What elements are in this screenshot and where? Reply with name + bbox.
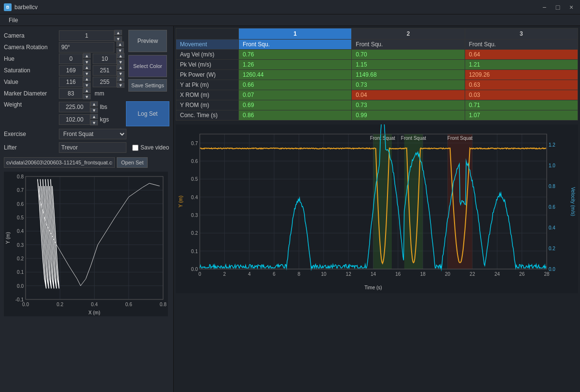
camera-down-button[interactable]: ▼ (114, 36, 122, 41)
save-video-checkbox[interactable] (132, 145, 138, 151)
sat-min-up[interactable]: ▲ (83, 65, 91, 70)
minimize-button[interactable]: − (539, 2, 549, 12)
close-button[interactable]: × (566, 2, 576, 12)
marker-input-group: ▲ ▼ (59, 88, 91, 99)
file-row: Open Set (4, 157, 169, 168)
val-min-group: ▲ ▼ (59, 76, 91, 88)
title-bar: B barbellcv − □ × (0, 0, 580, 14)
main-content: Camera ▲ ▼ Camera Rotation ▲ (0, 26, 580, 392)
marker-down[interactable]: ▼ (83, 94, 91, 99)
camera-label: Camera (4, 32, 57, 39)
col-header-2: 2 (352, 28, 465, 40)
camera-rotation-label: Camera Rotation (4, 44, 57, 51)
val-min-down[interactable]: ▼ (83, 82, 91, 88)
weight-lbs-group: ▲ ▼ lbs (59, 101, 109, 113)
marker-up[interactable]: ▲ (83, 88, 91, 93)
weight-lbs-input[interactable] (59, 102, 90, 112)
rotation-down-button[interactable]: ▼ (116, 48, 124, 53)
exercise-select[interactable]: Front Squat (59, 129, 126, 139)
val-min-spin: ▲ ▼ (83, 76, 91, 88)
menu-file[interactable]: File (4, 16, 23, 25)
data-table-container: 1 2 3 MovementFront Squ.Front Squ.Front … (174, 26, 580, 122)
maximize-button[interactable]: □ (553, 2, 563, 12)
weight-lbs-unit: lbs (100, 104, 107, 110)
sat-min-group: ▲ ▼ (59, 65, 91, 76)
saturation-row: Saturation ▲ ▼ ▲ ▼ (4, 65, 124, 76)
app-title: barbellcv (14, 4, 38, 11)
hue-min-spin: ▲ ▼ (83, 53, 91, 65)
weight-kgs-up[interactable]: ▲ (90, 114, 98, 119)
lifter-input[interactable] (59, 142, 126, 153)
value-max-input[interactable] (93, 77, 117, 87)
sat-max-group: ▲ ▼ (93, 65, 124, 76)
preview-button[interactable]: Preview (128, 30, 167, 52)
col-header-3: 3 (465, 28, 578, 40)
exercise-label: Exercise (4, 131, 57, 137)
camera-input-group: ▲ ▼ (59, 30, 122, 41)
sat-min-down[interactable]: ▼ (83, 71, 91, 76)
hue-min-down[interactable]: ▼ (83, 59, 91, 65)
select-color-button[interactable]: Select Color (128, 55, 167, 77)
camera-spin-buttons: ▲ ▼ (114, 30, 122, 41)
weight-kgs-unit: kgs (100, 116, 109, 123)
window-controls: − □ × (539, 2, 576, 12)
saturation-min-input[interactable] (59, 65, 83, 76)
saturation-max-input[interactable] (93, 65, 117, 76)
sat-max-down[interactable]: ▼ (117, 71, 124, 76)
rotation-spin-buttons: ▲ ▼ (116, 41, 124, 53)
left-panel: Camera ▲ ▼ Camera Rotation ▲ (0, 26, 174, 392)
weight-lbs-spin: ▲ ▼ (90, 101, 98, 113)
open-set-button[interactable]: Open Set (117, 157, 148, 168)
hue-min-up[interactable]: ▲ (83, 53, 91, 58)
weight-lbs-up[interactable]: ▲ (90, 101, 98, 107)
camera-input[interactable] (59, 30, 114, 41)
right-panel: 1 2 3 MovementFront Squ.Front Squ.Front … (174, 26, 580, 392)
hue-min-group: ▲ ▼ (59, 53, 91, 65)
hue-max-up[interactable]: ▲ (117, 53, 124, 58)
val-max-up[interactable]: ▲ (117, 76, 124, 81)
val-max-down[interactable]: ▼ (117, 82, 124, 88)
col-header-movement (176, 28, 239, 40)
log-set-button[interactable]: Log Set (126, 101, 169, 126)
marker-diameter-row: Marker Diameter ▲ ▼ mm (4, 88, 124, 99)
weight-kgs-input[interactable] (59, 114, 90, 125)
marker-spin: ▲ ▼ (83, 88, 91, 99)
file-path-input[interactable] (4, 157, 115, 168)
marker-diameter-input[interactable] (59, 88, 83, 99)
value-row: Value ▲ ▼ ▲ ▼ (4, 76, 124, 88)
col-header-1: 1 (239, 28, 352, 40)
camera-up-button[interactable]: ▲ (114, 30, 122, 35)
val-min-up[interactable]: ▲ (83, 76, 91, 81)
hue-max-input[interactable] (93, 54, 117, 64)
weight-kgs-down[interactable]: ▼ (90, 120, 98, 125)
sat-max-up[interactable]: ▲ (117, 65, 124, 70)
hue-row: Hue ▲ ▼ ▲ ▼ (4, 53, 124, 65)
value-min-input[interactable] (59, 77, 83, 87)
data-table: 1 2 3 MovementFront Squ.Front Squ.Front … (176, 28, 578, 121)
time-chart (176, 124, 578, 293)
val-max-spin: ▲ ▼ (117, 76, 124, 88)
hue-max-down[interactable]: ▼ (117, 59, 124, 65)
value-label: Value (4, 79, 57, 85)
sat-max-spin: ▲ ▼ (117, 65, 124, 76)
form-area: Camera ▲ ▼ Camera Rotation ▲ (4, 30, 124, 99)
camera-rotation-input[interactable] (59, 42, 114, 53)
exercise-row: Exercise Front Squat (4, 128, 169, 140)
camera-row: Camera ▲ ▼ (4, 30, 124, 41)
hue-max-group: ▲ ▼ (93, 53, 124, 65)
app-icon: B (4, 3, 12, 11)
side-buttons: Preview Select Color Save Settings (128, 30, 169, 99)
weight-label: Weight (4, 101, 57, 108)
camera-rotation-row: Camera Rotation ▲ ▼ (4, 41, 124, 53)
hue-min-input[interactable] (59, 54, 83, 64)
save-settings-button[interactable]: Save Settings (128, 79, 167, 92)
hue-max-spin: ▲ ▼ (117, 53, 124, 65)
save-video-label: Save video (140, 144, 169, 151)
saturation-label: Saturation (4, 67, 57, 74)
rotation-up-button[interactable]: ▲ (116, 41, 124, 47)
weight-row: Weight ▲ ▼ lbs ▲ ▼ kgs (4, 101, 169, 126)
hue-label: Hue (4, 55, 57, 62)
weight-lbs-down[interactable]: ▼ (90, 108, 98, 113)
path-chart (4, 172, 168, 316)
lifter-label: Lifter (4, 144, 57, 151)
